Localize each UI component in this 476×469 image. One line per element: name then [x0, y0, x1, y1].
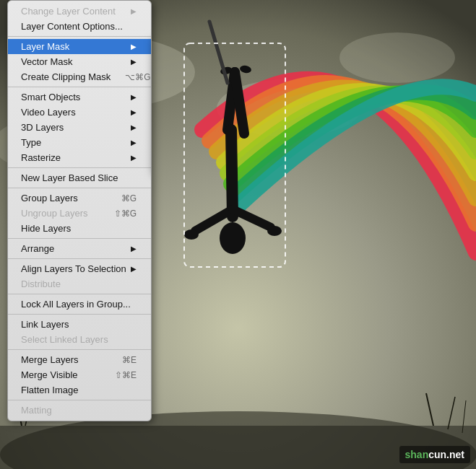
separator-6 — [8, 258, 151, 259]
watermark-prefix: shan — [405, 449, 429, 460]
menu-item-merge-visible[interactable]: Merge Visible ⇧⌘E — [8, 367, 151, 382]
menu-item-smart-objects[interactable]: Smart Objects ▶ — [8, 89, 151, 105]
menu-item-merge-layers[interactable]: Merge Layers ⌘E — [8, 352, 151, 367]
menu-item-select-linked[interactable]: Select Linked Layers — [8, 332, 151, 347]
menu-item-video-layers[interactable]: Video Layers ▶ — [8, 105, 151, 120]
arrow-icon-7: ▶ — [131, 139, 137, 146]
separator-8 — [8, 314, 151, 315]
watermark: shancun.net — [399, 446, 470, 463]
menu-item-arrange[interactable]: Arrange ▶ — [8, 241, 151, 256]
menu-item-link-layers[interactable]: Link Layers — [8, 317, 151, 332]
separator-9 — [8, 349, 151, 350]
arrow-icon-8: ▶ — [131, 154, 137, 162]
separator-1 — [8, 36, 151, 37]
separator-7 — [8, 294, 151, 294]
context-menu: Change Layer Content ▶ Layer Content Opt… — [7, 0, 152, 421]
menu-item-hide-layers[interactable]: Hide Layers — [8, 221, 151, 236]
menu-item-lock-all-layers[interactable]: Lock All Layers in Group... — [8, 297, 151, 312]
svg-point-3 — [339, 32, 455, 83]
menu-item-create-clipping-mask[interactable]: Create Clipping Mask ⌥⌘G — [8, 69, 151, 84]
shortcut-group: ⌘G — [121, 193, 137, 203]
arrow-icon-9: ▶ — [131, 245, 137, 253]
svg-point-17 — [220, 222, 246, 254]
menu-item-layer-mask[interactable]: Layer Mask ▶ Reveal All Hide All Reveal … — [8, 39, 151, 54]
arrow-icon-2: ▶ — [131, 43, 137, 51]
arrow-icon-10: ▶ — [131, 265, 137, 273]
svg-point-19 — [267, 226, 282, 236]
menu-item-group-layers[interactable]: Group Layers ⌘G — [8, 190, 151, 206]
arrow-icon-6: ▶ — [131, 123, 137, 131]
shortcut-merge: ⌘E — [122, 355, 137, 365]
watermark-text: shancun.net — [405, 449, 464, 460]
separator-5 — [8, 238, 151, 239]
menu-item-distribute[interactable]: Distribute — [8, 276, 151, 292]
menu-item-new-layer-slice[interactable]: New Layer Based Slice — [8, 170, 151, 185]
menu-item-flatten-image[interactable]: Flatten Image — [8, 382, 151, 398]
menu-item-ungroup-layers[interactable]: Ungroup Layers ⇧⌘G — [8, 206, 151, 221]
svg-line-14 — [231, 130, 233, 216]
separator-10 — [8, 400, 151, 400]
arrow-icon-4: ▶ — [131, 93, 137, 101]
menu-item-type[interactable]: Type ▶ — [8, 135, 151, 150]
separator-4 — [8, 188, 151, 188]
watermark-suffix: cun.net — [428, 449, 464, 460]
menu-item-align-layers[interactable]: Align Layers To Selection ▶ — [8, 261, 151, 276]
arrow-icon-3: ▶ — [131, 58, 137, 66]
separator-3 — [8, 167, 151, 168]
arrow-icon-5: ▶ — [131, 108, 137, 116]
arrow-icon: ▶ — [131, 7, 137, 15]
menu-item-3d-layers[interactable]: 3D Layers ▶ — [8, 120, 151, 135]
svg-point-18 — [184, 229, 199, 240]
menu-item-rasterize[interactable]: Rasterize ▶ — [8, 150, 151, 165]
shortcut-ungroup: ⇧⌘G — [114, 209, 137, 219]
menu-item-vector-mask[interactable]: Vector Mask ▶ — [8, 54, 151, 69]
shortcut-merge-visible: ⇧⌘E — [115, 370, 137, 380]
shortcut-clipping: ⌥⌘G — [125, 72, 150, 82]
menu-item-layer-content-options[interactable]: Layer Content Options... — [8, 19, 151, 34]
menu-item-change-layer-content[interactable]: Change Layer Content ▶ — [8, 4, 151, 19]
menu-item-matting[interactable]: Matting — [8, 403, 151, 418]
separator-2 — [8, 87, 151, 87]
